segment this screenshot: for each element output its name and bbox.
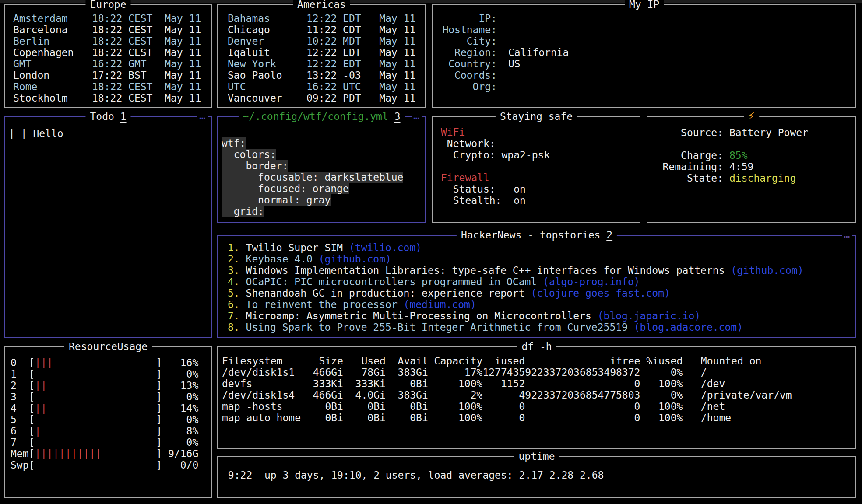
df-cell: 0Bi bbox=[386, 378, 428, 389]
uptime-text: 9:22 up 3 days, 19:10, 2 users, load ave… bbox=[222, 469, 855, 481]
battery-row: Source:Battery Power bbox=[655, 127, 855, 138]
clock-date: May 11 bbox=[165, 81, 211, 92]
hackernews-story[interactable]: 5.Shenandoah GC in production: experienc… bbox=[228, 287, 855, 299]
meter-bar: | bbox=[35, 425, 156, 437]
df-cell: 0 bbox=[482, 412, 525, 424]
resource-meter-row: 6[|]8% bbox=[11, 425, 211, 437]
clock-date: May 11 bbox=[165, 70, 211, 81]
df-cell: 100% bbox=[640, 378, 683, 389]
config-yaml-line: grid: bbox=[222, 206, 425, 217]
meter-bar: ||| bbox=[35, 357, 156, 368]
my-ip-field-list: IP:Hostname:City:Region:CaliforniaCountr… bbox=[433, 5, 855, 107]
story-rank: 1. bbox=[228, 242, 240, 253]
hackernews-story[interactable]: 7.Microamp: Asymmetric Multi-Processing … bbox=[228, 310, 855, 322]
meter-value: 0% bbox=[162, 391, 198, 402]
resource-meter-row: Swp[]0/0 bbox=[11, 459, 211, 471]
clock-city: Vancouver bbox=[228, 92, 306, 104]
clock-city: Amsterdam bbox=[13, 13, 92, 24]
df-cell: map -hosts bbox=[222, 401, 307, 412]
story-title: Twilio Super SIM bbox=[246, 242, 343, 253]
battery-row-label: Source: bbox=[655, 127, 723, 138]
df-column-header: %iused bbox=[640, 355, 683, 367]
meter-bracket-open: [ bbox=[29, 414, 35, 425]
df-table: FilesystemSizeUsedAvailCapacityiusedifre… bbox=[218, 347, 855, 448]
clock-timezone: CEST bbox=[128, 81, 165, 92]
config-yaml-line: wtf: bbox=[222, 137, 425, 149]
clock-timezone: PDT bbox=[343, 92, 379, 104]
clock-time: 18:22 bbox=[92, 24, 128, 35]
meter-value: 0% bbox=[162, 368, 198, 380]
hackernews-story[interactable]: 1.Twilio Super SIM(twilio.com) bbox=[228, 242, 855, 253]
meter-bracket-close: ] bbox=[156, 448, 162, 459]
story-domain-link[interactable]: (github.com) bbox=[731, 265, 803, 276]
security-status-line bbox=[441, 161, 640, 172]
clock-date: May 11 bbox=[379, 13, 425, 24]
df-cell: 100% bbox=[640, 401, 683, 412]
df-column-header: Avail bbox=[386, 355, 428, 367]
story-domain-link[interactable]: (clojure-goes-fast.com) bbox=[531, 287, 670, 299]
meter-bracket-close: ] bbox=[156, 437, 162, 448]
ip-field-value: US bbox=[508, 58, 855, 70]
europe-clock-list: Amsterdam18:22CESTMay 11Barcelona18:22CE… bbox=[5, 5, 211, 107]
clock-timezone: MDT bbox=[343, 35, 379, 47]
df-cell: 100% bbox=[640, 412, 683, 424]
clock-city: New_York bbox=[228, 58, 306, 70]
story-domain-link[interactable]: (twilio.com) bbox=[349, 242, 422, 253]
security-status-line: Firewall bbox=[441, 172, 640, 183]
clock-row: Rome18:22CESTMay 11 bbox=[13, 81, 211, 92]
hackernews-story[interactable]: 4.OCaPIC: PIC microcontrollers programme… bbox=[228, 276, 855, 287]
meter-label: Mem bbox=[11, 448, 29, 459]
ip-field-value bbox=[508, 35, 855, 47]
clock-city: Chicago bbox=[228, 24, 306, 35]
hackernews-story[interactable]: 6.To reinvent the processor(medium.com) bbox=[228, 299, 855, 310]
battery-row-label bbox=[655, 138, 723, 150]
panel-hackernews[interactable]: HackerNews - topstories 2 … 1.Twilio Sup… bbox=[217, 235, 856, 338]
df-cell: devfs bbox=[222, 378, 307, 389]
story-domain-link[interactable]: (blog.adacore.com) bbox=[634, 322, 743, 333]
clock-city: Rome bbox=[13, 81, 92, 92]
resource-meter-list: 0[|||]16%1[]0%2[||]13%3[]0%4[||]14%5[]0%… bbox=[5, 347, 211, 497]
story-domain-link[interactable]: (blog.japaric.io) bbox=[598, 310, 700, 322]
clock-time: 12:22 bbox=[306, 58, 343, 70]
df-column-header: Capacity bbox=[428, 355, 483, 367]
story-domain-link[interactable]: (medium.com) bbox=[404, 299, 476, 310]
df-data-row: map -hosts0Bi0Bi0Bi100%00100%/net bbox=[222, 401, 855, 412]
df-cell: /dev/disk1s4 bbox=[222, 389, 307, 401]
story-domain-link[interactable]: (algo-prog.info) bbox=[543, 276, 640, 287]
config-yaml-text: focusable: darkslateblue bbox=[222, 172, 403, 183]
hackernews-story[interactable]: 8.Using Spark to Prove 255-Bit Integer A… bbox=[228, 322, 855, 333]
df-cell: 0% bbox=[640, 367, 683, 378]
wtf-terminal-dashboard: { "colors": { "background": "#000000", "… bbox=[0, 0, 862, 504]
security-status-line: Status: on bbox=[441, 183, 640, 195]
clock-date: May 11 bbox=[379, 58, 425, 70]
story-title: Using Spark to Prove 255-Bit Integer Ari… bbox=[246, 322, 628, 333]
battery-row-value: 4:59 bbox=[729, 161, 855, 172]
story-title: OCaPIC: PIC microcontrollers programmed … bbox=[246, 276, 537, 287]
story-rank: 6. bbox=[228, 299, 240, 310]
meter-bracket-open: [ bbox=[29, 437, 35, 448]
clock-city: GMT bbox=[13, 58, 92, 70]
clock-timezone: GMT bbox=[128, 58, 165, 70]
todo-checkbox[interactable]: | | bbox=[9, 128, 27, 139]
ip-field-label: Region: bbox=[441, 47, 497, 58]
hackernews-story[interactable]: 3.Windows Implementation Libraries: type… bbox=[228, 265, 855, 276]
americas-clock-list: Bahamas12:22EDTMay 11Chicago11:22CDTMay … bbox=[218, 5, 425, 107]
df-cell: 333Ki bbox=[343, 378, 386, 389]
df-cell: 9223372036854775803 bbox=[525, 389, 640, 401]
story-domain-link[interactable]: (github.com) bbox=[319, 253, 391, 265]
hackernews-story[interactable]: 2.Keybase 4.0(github.com) bbox=[228, 253, 855, 265]
df-cell: 0Bi bbox=[343, 412, 386, 424]
panel-todo[interactable]: Todo 1 … | |Hello bbox=[4, 116, 212, 338]
meter-label: 2 bbox=[11, 380, 29, 391]
meter-bar: ||||||||||| bbox=[35, 448, 156, 459]
clock-timezone: BST bbox=[128, 70, 165, 81]
meter-bracket-close: ] bbox=[156, 414, 162, 425]
resource-meter-row: Mem[|||||||||||]9/16G bbox=[11, 448, 211, 459]
df-header-row: FilesystemSizeUsedAvailCapacityiusedifre… bbox=[222, 355, 855, 367]
config-yaml-text: wtf: bbox=[222, 137, 246, 149]
todo-item[interactable]: | |Hello bbox=[9, 128, 211, 139]
df-cell: 0Bi bbox=[343, 401, 386, 412]
panel-config-file[interactable]: ~/.config/wtf/config.yml 3 … wtf: colors… bbox=[217, 116, 426, 223]
clock-time: 18:22 bbox=[92, 35, 128, 47]
meter-bar bbox=[35, 459, 156, 471]
